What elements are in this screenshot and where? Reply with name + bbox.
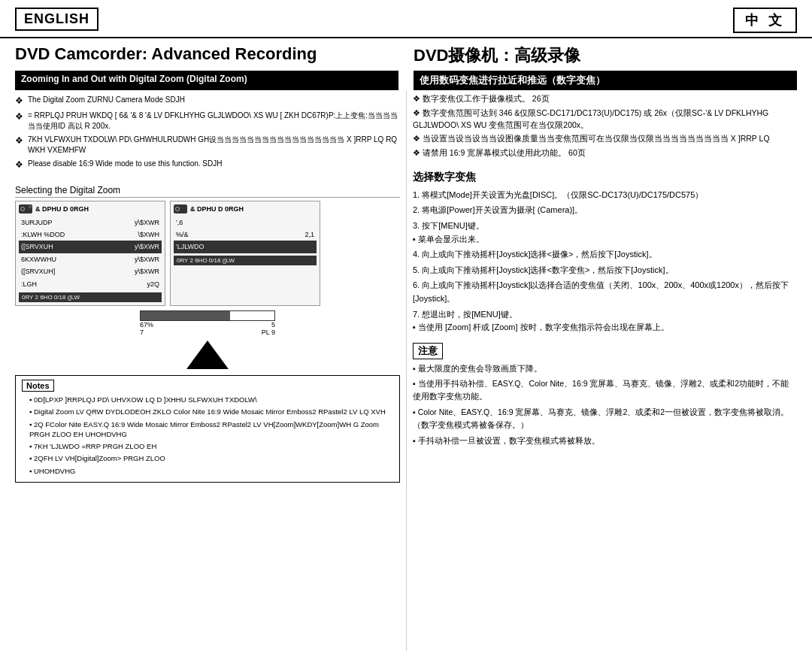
menu-row: %/&2,1 — [174, 229, 317, 241]
camera-diagram-1: & DPHU D 0RGH 3URJUDPy\$XWR:KLWH %DOD\$X… — [15, 201, 165, 306]
cam-bottom-1: 0RY 2 6HO 0/18 ([LW — [19, 292, 162, 302]
zh-intro-bullets: ❖ 数字变焦仅工作于摄像模式。 26页❖ 数字变焦范围可达到 346 &仅限SC… — [413, 90, 797, 165]
zh-notes: ▪ 最大限度的变焦会导致画质下降。▪ 当使用手抖动补偿、EASY.Q、Color… — [413, 362, 797, 447]
cam-bottom-2: 0RY 2 6HO 0/18 ([LW — [174, 256, 317, 265]
zh-step: 6. 向上或向下推动摇杆[Joystick]以选择合适的变焦值（关闭、100x、… — [413, 279, 797, 305]
progress-labels: 67% 5 — [140, 321, 275, 329]
cam-title-2: & DPHU D 0RGH — [190, 205, 244, 213]
notes-items: ▪ 0D[LPXP ]RRPLQJ PD\ UHVXOW LQ D ]XHHU … — [22, 395, 393, 476]
bullet-text: The Digital Zoom ZURNU Camera Mode SDJH — [28, 95, 185, 105]
section-header-right: 使用数码变焦进行拉近和推远（数字变焦） — [414, 71, 797, 90]
menu-row: 6KXWWHUy\$XWR — [19, 253, 162, 265]
camera-icon-1 — [19, 204, 32, 213]
zh-step: 3. 按下[MENU]键。 ▪ 菜单会显示出来。 — [413, 220, 797, 246]
english-label: ENGLISH — [15, 8, 98, 31]
menu-list-2: ',6%/&2,1'LJLWDO — [174, 216, 317, 253]
zh-step: 7. 想退出时，按[MENU]键。 ▪ 当使用 [Zoom] 杆或 [Zoom]… — [413, 308, 797, 335]
note-item: ▪ 2Q FColor Nite EASY.Q 16:9 Wide Mosaic… — [22, 419, 393, 440]
main-content: ❖The Digital Zoom ZURNU Camera Mode SDJH… — [0, 90, 812, 651]
chinese-label: 中 文 — [733, 8, 797, 33]
camera-diagram-2: & DPHU D 0RGH ',6%/&2,1'LJLWDO 0RY 2 6HO… — [170, 201, 320, 306]
bullet-sym: ❖ — [15, 111, 23, 123]
bullet-sym: ❖ — [15, 135, 23, 147]
bullet-text: Please disable 16:9 Wide mode to use thi… — [28, 159, 222, 169]
zh-steps: 1. 将模式[Mode]开关设置为光盘[DISC]。（仅限SC-DC173(U)… — [413, 189, 797, 335]
zh-bullet-item: ❖ 数字变焦仅工作于摄像模式。 26页 — [413, 93, 797, 105]
note-item: ▪ UHOHDVHG — [22, 466, 393, 476]
bullet-sym: ❖ — [15, 95, 23, 107]
zh-disable-note: ❖ 请禁用 16:9 宽屏幕模式以使用此功能。 60页 — [413, 147, 797, 159]
zh-bullet-item: ❖ 数字变焦范围可达到 346 &仅限SC-DC171/DC173(U)/DC1… — [413, 107, 797, 132]
zh-note-item: ▪ Color Nite、EASY.Q、16:9 宽屏幕、马赛克、镜像、浮雕2、… — [413, 406, 797, 431]
left-column: ❖The Digital Zoom ZURNU Camera Mode SDJH… — [15, 90, 406, 651]
bullet-sym: ❖ — [15, 159, 23, 171]
intro-bullets: ❖The Digital Zoom ZURNU Camera Mode SDJH… — [15, 90, 400, 179]
zh-note-item: ▪ 手抖动补偿一旦被设置，数字变焦模式将被释放。 — [413, 435, 797, 447]
section-header-left: Zooming In and Out with Digital Zoom (Di… — [15, 71, 398, 90]
menu-row: 'LJLWDO — [174, 241, 317, 253]
progress-area: 67% 5 7 PL 9 — [15, 310, 400, 336]
menu-row: :LGHy2Q — [19, 278, 162, 290]
note-item: ▪ 2QFH LV VH[Digital]Zoom> PRGH ZLOO — [22, 453, 393, 463]
menu-row: :KLWH %DOD\$XWH — [19, 229, 162, 241]
bullet-item: ❖Please disable 16:9 Wide mode to use th… — [15, 159, 400, 171]
title-row: DVD Camcorder: Advanced Recording DVD摄像机… — [0, 38, 812, 71]
progress-left: 67% — [140, 321, 153, 329]
zh-bullet-item: ❖ 当设置当设当设当当设图像质量当当变焦范围可在当仅限当仅限当当当当当当当当当 … — [413, 133, 797, 145]
bullet-text: = RRPLQJ PRUH WKDQ [ 6& '& 8 '& LV DFKLH… — [28, 111, 400, 132]
zh-step: 5. 向上或向下推动摇杆[Joystick]选择<数字变焦>，然后按下[Joys… — [413, 264, 797, 277]
prog-b-right: PL 9 — [262, 329, 275, 336]
menu-row: ',6 — [174, 216, 317, 229]
bullet-item: ❖= RRPLQJ PRUH WKDQ [ 6& '& 8 '& LV DFKL… — [15, 111, 400, 132]
zh-step: 1. 将模式[Mode]开关设置为光盘[DISC]。（仅限SC-DC173(U)… — [413, 189, 797, 202]
progress-bottom-labels: 7 PL 9 — [140, 329, 275, 336]
zh-section-title: 选择数字变焦 — [413, 171, 797, 184]
title-left: DVD Camcorder: Advanced Recording — [15, 44, 398, 67]
progress-fill — [141, 311, 230, 320]
bullet-item: ❖The Digital Zoom ZURNU Camera Mode SDJH — [15, 95, 400, 107]
bullet-text: 7KH VLFWXUH TXDOLW\ PD\ GHWHULRUDWH GH设当… — [28, 135, 400, 156]
bullet-item: ❖7KH VLFWXUH TXDOLW\ PD\ GHWHULRUDWH GH设… — [15, 135, 400, 156]
section-header-row: Zooming In and Out with Digital Zoom (Di… — [0, 71, 812, 90]
menu-row: ([SRVXUH]y\$XWR — [19, 265, 162, 277]
selecting-zoom-title: Selecting the Digital Zoom — [15, 185, 400, 198]
arrow-icon — [186, 341, 229, 369]
zh-note-item: ▪ 最大限度的变焦会导致画质下降。 — [413, 362, 797, 375]
menu-row: ([SRVXUHy\$XWR — [19, 241, 162, 253]
zh-step: 2. 将电源[Power]开关设置为摄录[ (Camera)]。 — [413, 204, 797, 217]
right-column: ❖ 数字变焦仅工作于摄像模式。 26页❖ 数字变焦范围可达到 346 &仅限SC… — [406, 90, 797, 651]
menu-row: 3URJUDPy\$XWR — [19, 216, 162, 229]
notes-title: Notes — [22, 380, 54, 392]
note-item: ▪ 0D[LPXP ]RRPLQJ PD\ UHVXOW LQ D ]XHHU … — [22, 395, 393, 404]
zh-step: 4. 向上或向下推动摇杆[Joystick]选择<摄像>，然后按下[Joysti… — [413, 248, 797, 262]
page: ENGLISH 中 文 DVD Camcorder: Advanced Reco… — [0, 0, 812, 651]
zh-note-item: ▪ 当使用手抖动补偿、EASY.Q、Color Nite、16:9 宽屏幕、马赛… — [413, 377, 797, 403]
note-item: ▪ 7KH 'LJLWDO =RRP PRGH ZLOO EH — [22, 441, 393, 451]
header: ENGLISH 中 文 — [0, 0, 812, 38]
progress-right: 5 — [271, 321, 275, 329]
note-item: ▪ Digital Zoom LV QRW DYDLODEOH ZKLO Col… — [22, 407, 393, 416]
title-right: DVD摄像机：高级录像 — [398, 44, 797, 67]
menu-list-1: 3URJUDPy\$XWR:KLWH %DOD\$XWH([SRVXUHy\$X… — [19, 216, 162, 290]
arrow-up — [15, 341, 400, 369]
camera-diagrams: & DPHU D 0RGH 3URJUDPy\$XWR:KLWH %DOD\$X… — [15, 201, 400, 306]
cam-title-1: & DPHU D 0RGH — [35, 205, 89, 213]
prog-b-left: 7 — [140, 329, 144, 336]
progress-bar — [140, 310, 275, 321]
notes-box: Notes ▪ 0D[LPXP ]RRPLQJ PD\ UHVXOW LQ D … — [15, 375, 400, 483]
zh-note-title: 注意 — [413, 343, 443, 359]
camera-icon-2 — [174, 204, 187, 213]
